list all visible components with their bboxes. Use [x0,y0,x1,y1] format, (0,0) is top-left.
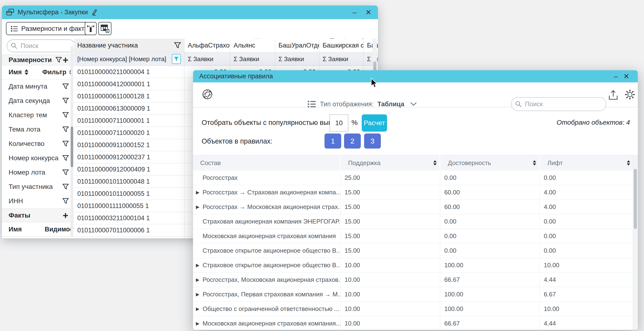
rule-row[interactable]: ▶Росгосстрах → Московская акционерная ст… [193,200,638,214]
filter-icon[interactable] [174,42,181,49]
filter-icon [62,126,69,133]
sidebar-item-dimension[interactable]: Тема лота [2,122,74,137]
sphere-icon[interactable] [202,89,213,100]
rule-row[interactable]: ▶Страховое открытое акционерное общество… [193,258,638,272]
main-toolbar: Размерности и факты [2,19,378,39]
column-header[interactable]: Альянс [230,39,275,52]
dimensions-header-label: Размерности [8,56,52,64]
dimensions-sort-row: Имя Фильтр [2,65,74,80]
sort-by-name[interactable]: Имя [8,69,22,76]
filter-icon [62,83,69,90]
sidebar-search-input[interactable] [20,42,71,50]
expand-icon[interactable]: ▶ [196,190,200,195]
export-icon[interactable] [608,90,618,100]
rule-row[interactable]: Страховая акционерная компания ЭНЕРГОГАР… [193,214,638,229]
sidebar-item-dimension[interactable]: Дата секунда [2,94,74,108]
dialog-close-button[interactable]: ✕ [621,73,632,80]
dialog-toolbar: Тип отображения: Таблица [193,82,638,108]
close-button[interactable]: ✕ [363,9,374,16]
display-type-selector[interactable]: Тип отображения: Таблица [308,100,416,108]
add-dimension-button[interactable]: + [63,56,68,64]
rule-row[interactable]: ▶Росгосстрах, Московская акционерная стр… [193,272,638,287]
rule-row[interactable]: ▶Росгосстрах → Страховая акционерная ком… [193,185,638,200]
expand-icon[interactable]: ▶ [196,262,200,268]
sidebar-item-dimension[interactable]: Номер лота [2,165,74,180]
header-support[interactable]: Поддержка [340,155,440,171]
popularity-threshold-input[interactable] [330,114,348,132]
rules-table: Состав Поддержка Достоверность Лифт Росг… [193,155,638,330]
rule-row[interactable]: Страховое открытое акционерное общество … [193,243,638,258]
sidebar: Размерности + Имя Фильтр Дата минута Дат… [2,39,74,238]
edit-title-icon[interactable] [91,9,98,16]
active-filter-icon[interactable] [172,54,181,64]
dimensions-facts-button[interactable]: Размерности и факты [6,22,94,35]
search-icon [11,43,17,49]
expand-icon[interactable]: ▶ [196,292,200,297]
sort-arrows-icon[interactable] [627,160,630,166]
table-expand-button[interactable] [98,22,112,35]
column-header[interactable]: БашУралОтдел [275,39,319,52]
measure-cell: Σ Заявки [319,52,364,66]
rule-row[interactable]: Росгосстрах 25.00 0.00 0.00 [193,171,638,185]
row-subheader-label: [Номер конкурса] [Номер лота] [77,55,166,63]
rule-row[interactable]: ▶Московская акционерная страховая компан… [193,316,638,330]
expand-icon[interactable]: ▶ [196,306,200,312]
sort-arrows-icon[interactable] [433,160,437,166]
dimensions-filter-icon[interactable] [56,57,62,63]
sort-by-filter[interactable]: Фильтр [42,69,66,76]
dialog-minimize-button[interactable]: – [610,73,621,80]
header-composition[interactable]: Состав [193,155,340,171]
rule-size-3-button[interactable]: 3 [364,134,381,149]
grid-subheader-row: [Номер конкурса] [Номер лота] Σ Заявки Σ… [74,52,378,66]
dialog-scrollbar-thumb[interactable] [634,169,637,229]
sidebar-scrollbar-thumb[interactable] [71,127,73,167]
row-header-label: Название участника [77,42,138,49]
gear-icon[interactable] [624,89,636,100]
sidebar-item-dimension[interactable]: Кластер тем [2,108,74,122]
sidebar-item-dimension[interactable]: Тип участника [2,180,74,194]
add-fact-button[interactable]: + [63,212,68,219]
dialog-titlebar[interactable]: Ассоциативные правила – ✕ [193,70,638,82]
rule-row[interactable]: ▶Общество с ограниченной ответственность… [193,302,638,316]
sort-arrows-icon[interactable] [24,69,28,75]
expand-icon[interactable]: ▶ [196,204,200,210]
dialog-search[interactable] [511,97,606,111]
rules-table-header: Состав Поддержка Достоверность Лифт [193,155,638,171]
sort-arrows-icon[interactable] [533,160,536,166]
search-icon [516,101,522,107]
column-header[interactable]: Башкирская ст [319,39,364,52]
sidebar-item-dimension[interactable]: Количество [2,137,74,151]
sidebar-search[interactable] [7,40,76,52]
calculate-button[interactable]: Расчет [362,114,387,132]
rule-size-1-button[interactable]: 1 [324,134,341,149]
header-lift[interactable]: Лифт [540,155,638,171]
dimensions-section-header: Размерности + [2,55,74,66]
header-confidence[interactable]: Достоверность [440,155,540,171]
rule-row[interactable]: Московская акционерная страховая компани… [193,229,638,243]
selected-objects-info: Отобрано объектов: 4 [557,119,630,126]
expand-icon[interactable]: ▶ [196,321,200,326]
association-rules-dialog: Ассоциативные правила – ✕ Тип отображени… [193,70,638,330]
rule-size-2-button[interactable]: 2 [344,134,361,149]
sidebar-item-dimension[interactable]: ИНН [2,194,74,208]
sidebar-item-dimension[interactable]: Номер конкурса [2,151,74,165]
facts-header-label: Факты [8,212,30,219]
main-titlebar[interactable]: Мультисфера - Закупки – ✕ [2,6,378,19]
expand-icon[interactable]: ▶ [196,277,200,282]
sidebar-item-dimension[interactable]: Дата минута [2,79,74,94]
sidebar-scrollbar[interactable] [71,46,73,237]
measure-cell: Σ Заявки [184,52,230,66]
column-width-button[interactable] [85,22,97,35]
column-header[interactable]: АльфаСтрахова [184,39,230,52]
list-icon [308,100,316,108]
row-subheader-cell[interactable]: [Номер конкурса] [Номер лота] [74,52,184,66]
display-type-label: Тип отображения: [320,101,374,108]
filter-icon [62,155,69,161]
mouse-cursor [370,78,379,89]
rule-row[interactable]: ▶Росгосстрах, Первая страховая компания … [193,287,638,302]
percent-sign: % [352,119,358,127]
row-header-cell[interactable]: Название участника [74,39,184,52]
minimize-button[interactable]: – [349,9,360,16]
dialog-scrollbar[interactable] [633,155,638,330]
dialog-search-input[interactable] [524,100,602,108]
